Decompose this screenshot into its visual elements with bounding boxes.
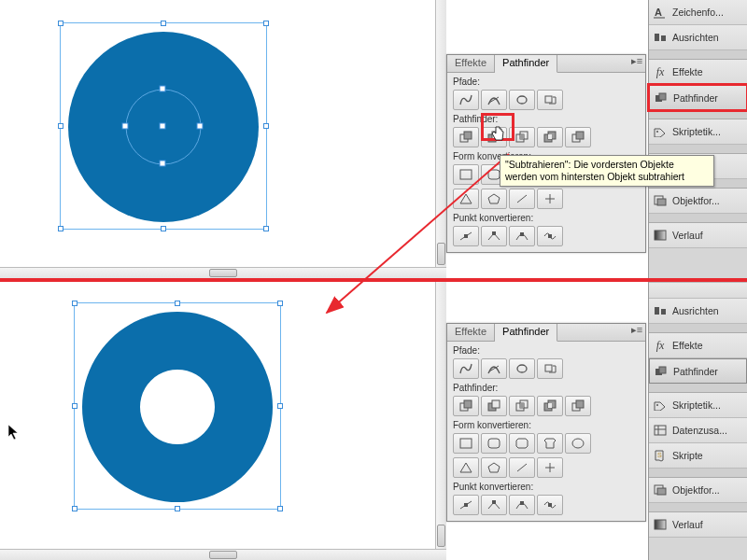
svg-rect-10 (545, 96, 552, 103)
svg-rect-12 (464, 132, 472, 139)
shape-roundrect-icon[interactable] (481, 433, 507, 454)
svg-rect-60 (460, 439, 472, 448)
label: Ausrichten (672, 32, 719, 43)
shape-polygon-icon[interactable] (481, 457, 507, 478)
pfade-close-icon[interactable] (509, 358, 535, 379)
label: Skriptetik... (672, 399, 721, 411)
label: Skripte (672, 450, 703, 461)
svg-rect-57 (548, 403, 552, 408)
svg-text:S: S (657, 452, 662, 458)
pathfinder-icon (654, 91, 669, 105)
svg-rect-36 (655, 34, 659, 41)
side-objektfor[interactable]: Objektfor... (649, 478, 747, 503)
svg-text:A: A (655, 7, 662, 18)
canvas[interactable] (0, 282, 446, 560)
label: Pathfinder (673, 92, 718, 104)
shape-hv-line-icon[interactable] (537, 457, 563, 478)
side-zeichenfo[interactable]: AZeichenfo... (649, 0, 747, 25)
effects-icon: fx (653, 64, 668, 79)
tab-pathfinder[interactable]: Pathfinder (495, 55, 557, 73)
pathfinder-add-icon[interactable] (453, 396, 479, 416)
svg-rect-20 (548, 134, 552, 139)
selection-bbox[interactable] (74, 302, 281, 510)
panel-menu-icon[interactable]: ▸≡ (628, 324, 645, 341)
label: Skriptetik... (672, 126, 721, 137)
shape-insetrect-icon[interactable] (537, 433, 563, 454)
shape-rect-icon[interactable] (453, 433, 479, 454)
shape-triangle-icon[interactable] (453, 457, 479, 478)
shape-bevelrect-icon[interactable] (509, 433, 535, 454)
point-corner-icon[interactable] (481, 495, 507, 515)
side-effekte[interactable]: fxEffekte (649, 60, 747, 85)
side-skripte[interactable]: SSkripte (649, 443, 747, 469)
pathfinder-panel[interactable]: Effekte Pathfinder ▸≡ Pfade: Pathfinder:… (446, 323, 646, 522)
label: Verlauf (672, 230, 703, 241)
side-pathfinder[interactable]: Pathfinder (649, 85, 747, 110)
panel-tabs: Effekte Pathfinder ▸≡ (447, 55, 645, 73)
side-verlauf[interactable]: Verlauf (649, 512, 747, 538)
horizontal-scrollbar[interactable] (0, 549, 446, 560)
cursor-arrow-icon (7, 424, 21, 441)
point-smooth-icon[interactable] (509, 495, 535, 515)
label-pfade: Pfade: (453, 345, 640, 356)
tab-effekte[interactable]: Effekte (447, 324, 495, 341)
pfade-reverse-icon[interactable] (537, 358, 563, 379)
svg-rect-70 (548, 503, 552, 507)
pathfinder-exclude-icon[interactable] (537, 127, 563, 147)
shape-hv-line-icon[interactable] (537, 189, 563, 209)
side-objektfor[interactable]: Objektfor... (649, 189, 747, 214)
side-datenzusa[interactable]: Datenzusa... (649, 418, 747, 443)
svg-rect-69 (520, 501, 524, 505)
side-ausrichten[interactable]: Ausrichten (649, 299, 747, 324)
data-icon (653, 423, 668, 438)
side-pathfinder[interactable]: Pathfinder (649, 358, 747, 384)
panel-menu-icon[interactable]: ▸≡ (628, 55, 645, 72)
svg-rect-39 (659, 93, 666, 100)
side-skriptetik[interactable]: Skriptetik... (649, 119, 747, 145)
pathfinder-add-icon[interactable] (453, 127, 479, 147)
svg-rect-71 (655, 307, 659, 315)
pathfinder-exclude-icon[interactable] (537, 396, 563, 416)
pathfinder-minusback-icon[interactable] (565, 127, 591, 147)
label-punkt: Punkt konvertieren: (453, 482, 640, 492)
point-plain-icon[interactable] (453, 495, 479, 515)
side-effekte[interactable]: fxEffekte (649, 333, 747, 358)
tab-pathfinder[interactable]: Pathfinder (495, 324, 557, 342)
vertical-scrollbar[interactable] (435, 282, 446, 549)
pathfinder-minusback-icon[interactable] (565, 396, 591, 416)
label: Ausrichten (672, 305, 719, 316)
tag-icon (653, 124, 668, 139)
svg-rect-49 (464, 400, 472, 408)
shape-ellipse-icon[interactable] (565, 433, 591, 454)
pathfinder-subtract-icon[interactable] (481, 396, 507, 416)
svg-rect-68 (492, 500, 496, 504)
shape-line-icon[interactable] (509, 457, 535, 478)
pfade-open-icon[interactable] (481, 358, 507, 379)
side-verlauf[interactable]: Verlauf (649, 223, 747, 248)
label: Pathfinder (673, 366, 718, 377)
object-styles-icon (653, 193, 668, 208)
point-symmetric-icon[interactable] (537, 226, 563, 246)
side-skriptetik[interactable]: Skriptetik... (649, 393, 747, 418)
pfade-reverse-icon[interactable] (537, 90, 563, 110)
pfade-join-icon[interactable] (453, 90, 479, 110)
svg-rect-44 (655, 231, 666, 240)
svg-line-63 (517, 464, 527, 471)
tab-effekte[interactable]: Effekte (447, 55, 495, 72)
side-ausrichten[interactable]: Ausrichten (649, 25, 747, 50)
svg-rect-43 (657, 199, 666, 205)
pfade-close-icon[interactable] (509, 90, 535, 110)
label: Effekte (672, 66, 703, 77)
object-styles-icon (653, 483, 668, 497)
pfade-open-icon[interactable] (481, 90, 507, 110)
pfade-join-icon[interactable] (453, 358, 479, 379)
side-partial[interactable] (649, 282, 747, 299)
point-symmetric-icon[interactable] (537, 495, 563, 515)
selection-bbox[interactable] (60, 22, 267, 230)
pathfinder-intersect-icon[interactable] (509, 396, 535, 416)
svg-rect-54 (520, 403, 524, 408)
label: Datenzusa... (672, 425, 727, 436)
state-after: Effekte Pathfinder ▸≡ Pfade: Pathfinder:… (0, 282, 747, 560)
svg-line-0 (327, 154, 509, 313)
svg-line-26 (517, 195, 527, 203)
